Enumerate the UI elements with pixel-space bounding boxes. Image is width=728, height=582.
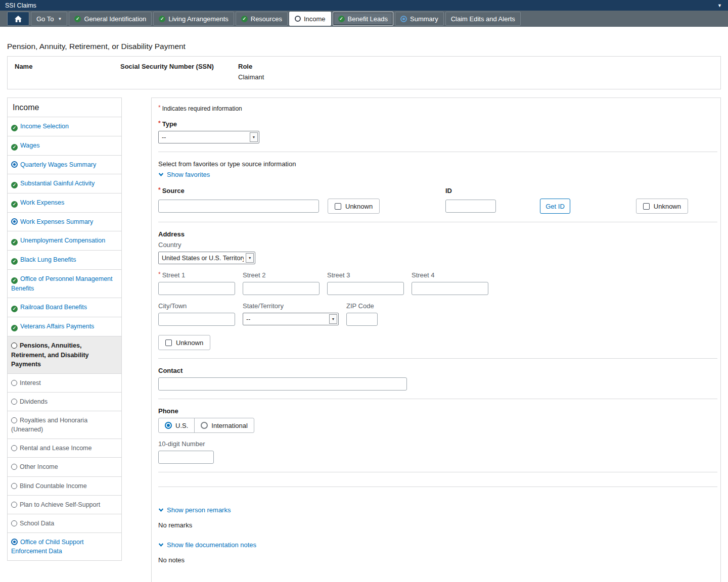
radio-icon [201,422,208,429]
tab-resources[interactable]: ✓ Resources [236,12,288,26]
complete-icon: ✓ [159,16,165,22]
complete-icon: ✓ [11,144,18,151]
show-favorites-link[interactable]: Show favorites [158,171,210,178]
sidebar-item-income-selection[interactable]: ✓Income Selection [8,117,121,136]
sidebar-item-rental-and-lease-income[interactable]: Rental and Lease Income [8,439,121,457]
pension-form: *Indicates required information *Type --… [151,98,721,582]
tab-general-identification[interactable]: ✓ General Identification [69,12,152,26]
street4-label: Street 4 [412,271,488,279]
sidebar-item-office-of-child-support-enforcement-data[interactable]: Office of Child Support Enforcement Data [8,532,121,560]
sidebar-item-black-lung-benefits[interactable]: ✓Black Lung Benefits [8,250,121,269]
contact-label: Contact [158,367,717,374]
sidebar-item-work-expenses-summary[interactable]: Work Expenses Summary [8,212,121,231]
tab-living-arrangements[interactable]: ✓ Living Arrangements [153,12,234,26]
type-select[interactable]: -- ▼ [158,131,259,143]
sidebar-item-pensions-annuities-retirement-disability[interactable]: Pensions, Annuities, Retirement, and Dis… [8,336,121,373]
primary-nav: Go To ▼ ✓ General Identification ✓ Livin… [0,11,728,27]
sidebar-item-plan-to-achieve-self-support[interactable]: Plan to Achieve Self-Support [8,495,121,514]
contact-input[interactable] [158,377,407,391]
tab-income[interactable]: Income [289,12,331,26]
sidebar-item-label: School Data [20,520,54,527]
source-unknown-checkbox[interactable]: Unknown [328,199,380,214]
not-started-circle-icon [11,380,17,386]
chevron-down-icon [158,172,164,177]
street2-input[interactable] [243,282,320,295]
sidebar-item-work-expenses[interactable]: ✓Work Expenses [8,193,121,212]
tab-benefit-leads[interactable]: ✓ Benefit Leads [333,12,394,26]
show-file-notes-link[interactable]: Show file documentation notes [158,541,256,549]
zip-label: ZIP Code [346,302,378,310]
sidebar-item-quarterly-wages-summary[interactable]: Quarterly Wages Summary [8,155,121,174]
street1-input[interactable] [158,282,235,295]
titlebar-caret-down-icon[interactable]: ▼ [717,3,722,8]
in-progress-icon [11,539,18,545]
sidebar-item-blind-countable-income[interactable]: Blind Countable Income [8,476,121,495]
street-row: *Street 1 Street 2 Street 3 Street 4 [158,271,717,295]
caret-down-icon: ▼ [58,17,62,21]
sidebar-item-label: Black Lung Benefits [20,256,76,263]
sidebar-item-other-income[interactable]: Other Income [8,457,121,476]
sidebar-item-royalties-and-honoraria[interactable]: Royalties and Honoraria (Unearned) [8,411,121,439]
city-input[interactable] [158,313,235,326]
income-sidebar: Income ✓Income Selection ✓Wages Quarterl… [7,98,122,561]
sidebar-item-interest[interactable]: Interest [8,373,121,392]
complete-icon: ✓ [11,182,18,188]
get-id-button[interactable]: Get ID [540,199,570,214]
id-label: ID [445,187,452,195]
home-icon [14,15,22,23]
not-started-circle-icon [11,399,17,405]
state-select[interactable]: -- ▼ [243,313,339,325]
radio-selected-icon [165,422,172,429]
id-unknown-checkbox[interactable]: Unknown [636,199,688,214]
street3-input[interactable] [327,282,404,295]
dropdown-arrow-icon: ▼ [250,132,258,142]
in-progress-icon [400,16,407,22]
show-person-remarks-link[interactable]: Show person remarks [158,506,231,514]
tab-label: Claim Edits and Alerts [451,15,515,23]
sidebar-item-label: Pensions, Annuities, Retirement, and Dis… [11,342,89,367]
phone-number-label: 10-digit Number [158,440,717,448]
sidebar-item-veterans-affairs-payments[interactable]: ✓Veterans Affairs Payments [8,317,121,336]
home-button[interactable] [7,12,29,26]
sidebar-item-school-data[interactable]: School Data [8,514,121,532]
complete-icon: ✓ [11,277,18,284]
street3-label: Street 3 [327,271,404,279]
address-unknown-checkbox[interactable]: Unknown [158,335,210,350]
complete-icon: ✓ [11,258,18,265]
source-input[interactable] [158,200,319,213]
source-id-labels: *Source ID [158,187,717,196]
sidebar-item-label: Plan to Achieve Self-Support [20,501,100,508]
sidebar-item-substantial-gainful-activity[interactable]: ✓Substantial Gainful Activity [8,174,121,193]
tab-claim-edits-and-alerts[interactable]: Claim Edits and Alerts [445,12,521,26]
divider [158,358,717,359]
sidebar-item-railroad-board-benefits[interactable]: ✓Railroad Board Benefits [8,298,121,317]
goto-dropdown[interactable]: Go To ▼ [31,12,67,26]
not-started-circle-icon [11,502,17,508]
sidebar-item-office-of-personnel-management-benefits[interactable]: ✓Office of Personnel Management Benefits [8,269,121,298]
in-progress-icon [11,218,18,225]
phone-international-option[interactable]: International [194,418,254,432]
sidebar-item-label: Work Expenses Summary [20,218,93,225]
dropdown-arrow-icon: ▼ [246,253,254,263]
complete-icon: ✓ [11,325,18,331]
sidebar-item-label: Wages [20,142,39,149]
street4-input[interactable] [412,282,488,295]
sidebar-item-label: Income Selection [20,123,69,130]
sidebar-item-wages[interactable]: ✓Wages [8,136,121,155]
checkbox-icon [335,203,341,210]
phone-us-option[interactable]: U.S. [159,418,194,432]
id-input[interactable] [445,200,496,213]
complete-icon: ✓ [11,306,18,312]
role-label: Role [238,63,713,70]
nav-tabs: ✓ General Identification ✓ Living Arrang… [69,12,520,26]
name-label: Name [15,63,120,70]
zip-input[interactable] [346,313,378,326]
country-select[interactable]: United States or U.S. Territory ▼ [158,252,255,264]
phone-number-input[interactable] [158,451,214,464]
divider [158,472,717,472]
sidebar-item-dividends[interactable]: Dividends [8,392,121,411]
tab-label: General Identification [84,15,146,23]
tab-summary[interactable]: Summary [395,12,444,26]
sidebar-item-label: Interest [20,379,41,386]
sidebar-item-unemployment-compensation[interactable]: ✓Unemployment Compensation [8,231,121,250]
